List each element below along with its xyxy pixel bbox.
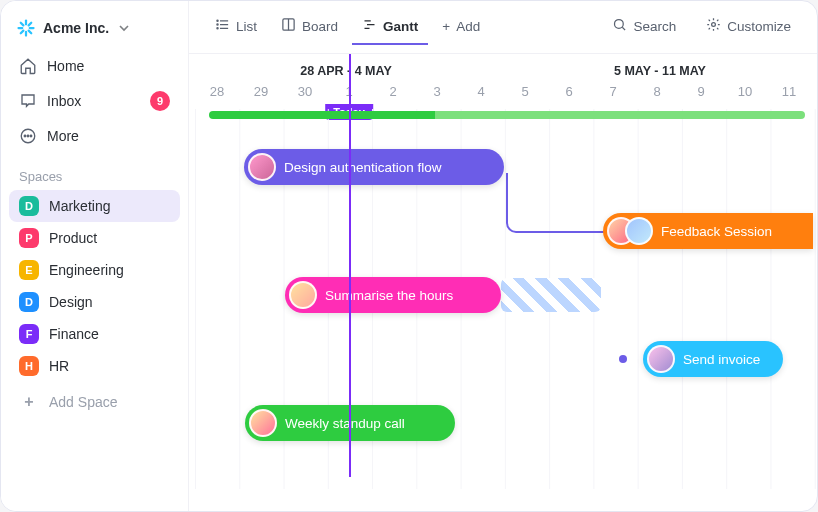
- nav-more-label: More: [47, 128, 79, 144]
- tab-board-label: Board: [302, 19, 338, 34]
- customize-label: Customize: [727, 19, 791, 34]
- space-item-finance[interactable]: FFinance: [9, 318, 180, 350]
- inbox-badge: 9: [150, 91, 170, 111]
- more-icon: [19, 127, 37, 145]
- gantt-row: Design authentication flow: [189, 149, 817, 209]
- svg-point-10: [27, 135, 29, 137]
- day-header: 29: [239, 84, 283, 99]
- add-space-button[interactable]: + Add Space: [9, 386, 180, 418]
- day-header: 30: [283, 84, 327, 99]
- task-label: Feedback Session: [661, 224, 772, 239]
- workspace-name: Acme Inc.: [43, 20, 109, 36]
- space-label: Finance: [49, 326, 99, 342]
- tab-board[interactable]: Board: [271, 9, 348, 45]
- today-line: [349, 54, 351, 477]
- nav-inbox[interactable]: Inbox 9: [9, 83, 180, 119]
- nav-section: Home Inbox 9 More: [9, 49, 180, 153]
- tab-gantt[interactable]: Gantt: [352, 9, 428, 45]
- svg-point-16: [217, 24, 218, 25]
- day-header: 8: [635, 84, 679, 99]
- week-2-label: 5 MAY - 11 MAY: [503, 64, 817, 78]
- svg-line-5: [29, 31, 32, 34]
- day-header: 2: [371, 84, 415, 99]
- gantt-row: Summarise the hours: [189, 277, 817, 337]
- day-header: 7: [591, 84, 635, 99]
- task-feedback-session[interactable]: Feedback Session: [603, 213, 813, 249]
- task-block: [501, 278, 601, 312]
- space-item-design[interactable]: DDesign: [9, 286, 180, 318]
- day-header: 9: [679, 84, 723, 99]
- add-space-label: Add Space: [49, 394, 118, 410]
- space-item-product[interactable]: PProduct: [9, 222, 180, 254]
- day-header: 3: [415, 84, 459, 99]
- overall-progress-bar: [209, 111, 805, 119]
- svg-line-4: [21, 23, 24, 26]
- gantt-area: 28 APR - 4 MAY 5 MAY - 11 MAY 2829301Tod…: [189, 54, 817, 511]
- app-frame: Acme Inc. Home Inbox 9: [0, 0, 818, 512]
- svg-point-9: [24, 135, 26, 137]
- task-label: Summarise the hours: [325, 288, 453, 303]
- avatar: [248, 153, 276, 181]
- nav-more[interactable]: More: [9, 119, 180, 153]
- gantt-icon: [362, 17, 377, 35]
- nav-home[interactable]: Home: [9, 49, 180, 83]
- inbox-icon: [19, 92, 37, 110]
- tab-add-label: Add: [456, 19, 480, 34]
- task-label: Weekly standup call: [285, 416, 405, 431]
- day-header: 11: [767, 84, 811, 99]
- workspace-switcher[interactable]: Acme Inc.: [9, 13, 180, 43]
- space-label: Engineering: [49, 262, 124, 278]
- space-chip: D: [19, 292, 39, 312]
- space-item-hr[interactable]: HHR: [9, 350, 180, 382]
- workspace-logo-icon: [17, 19, 35, 37]
- plus-icon: +: [442, 19, 450, 34]
- svg-point-11: [30, 135, 32, 137]
- sidebar: Acme Inc. Home Inbox 9: [1, 1, 189, 511]
- nav-inbox-label: Inbox: [47, 93, 81, 109]
- svg-line-6: [21, 31, 24, 34]
- space-label: Design: [49, 294, 93, 310]
- day-header: 28: [195, 84, 239, 99]
- svg-line-24: [623, 27, 626, 30]
- space-item-marketing[interactable]: DMarketing: [9, 190, 180, 222]
- chevron-down-icon: [119, 20, 129, 36]
- search-button[interactable]: Search: [602, 9, 686, 45]
- task-summarise-hours[interactable]: Summarise the hours: [285, 277, 501, 313]
- gantt-row: Weekly standup call: [189, 405, 817, 465]
- milestone-dot[interactable]: [619, 355, 627, 363]
- space-label: Product: [49, 230, 97, 246]
- gantt-canvas[interactable]: Design authentication flow Feedback Sess…: [189, 109, 817, 489]
- main-area: List Board Gantt + Add Search: [189, 1, 817, 511]
- spaces-heading: Spaces: [9, 153, 180, 190]
- svg-point-17: [217, 28, 218, 29]
- day-headers: 2829301Today234567891011: [189, 84, 817, 109]
- svg-line-7: [29, 23, 32, 26]
- search-label: Search: [633, 19, 676, 34]
- week-1-label: 28 APR - 4 MAY: [189, 64, 503, 78]
- day-header: 5: [503, 84, 547, 99]
- gantt-row: Feedback Session: [189, 213, 817, 273]
- day-header: 6: [547, 84, 591, 99]
- tab-list[interactable]: List: [205, 9, 267, 45]
- avatar: [647, 345, 675, 373]
- space-chip: H: [19, 356, 39, 376]
- avatar: [289, 281, 317, 309]
- task-label: Send invoice: [683, 352, 760, 367]
- customize-button[interactable]: Customize: [696, 9, 801, 45]
- task-send-invoice[interactable]: Send invoice: [643, 341, 783, 377]
- gantt-row: Send invoice: [189, 341, 817, 401]
- search-icon: [612, 17, 627, 35]
- plus-icon: +: [19, 392, 39, 412]
- spaces-list: DMarketingPProductEEngineeringDDesignFFi…: [9, 190, 180, 382]
- task-design-authentication-flow[interactable]: Design authentication flow: [244, 149, 504, 185]
- home-icon: [19, 57, 37, 75]
- svg-point-25: [712, 23, 716, 27]
- board-icon: [281, 17, 296, 35]
- day-header: 4: [459, 84, 503, 99]
- list-icon: [215, 17, 230, 35]
- tab-gantt-label: Gantt: [383, 19, 418, 34]
- tab-add-view[interactable]: + Add: [432, 11, 490, 44]
- view-tabs: List Board Gantt + Add Search: [189, 1, 817, 54]
- avatar: [249, 409, 277, 437]
- space-item-engineering[interactable]: EEngineering: [9, 254, 180, 286]
